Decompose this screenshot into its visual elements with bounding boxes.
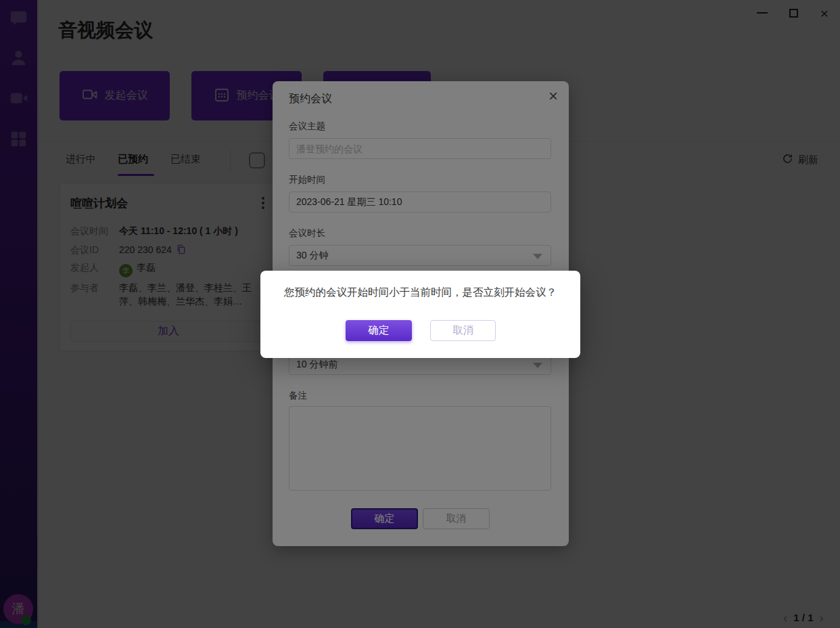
app-window: 潘 × 音视频会议 发起会议 预约会议 进行中 已预约 已结束 刷新 喧喧计划会 bbox=[0, 0, 840, 628]
confirm-ok-button[interactable]: 确定 bbox=[346, 320, 412, 341]
confirm-dialog: 您预约的会议开始时间小于当前时间，是否立刻开始会议？ 确定 取消 bbox=[260, 271, 580, 358]
confirm-cancel-button[interactable]: 取消 bbox=[430, 320, 496, 341]
confirm-message: 您预约的会议开始时间小于当前时间，是否立刻开始会议？ bbox=[260, 286, 580, 300]
